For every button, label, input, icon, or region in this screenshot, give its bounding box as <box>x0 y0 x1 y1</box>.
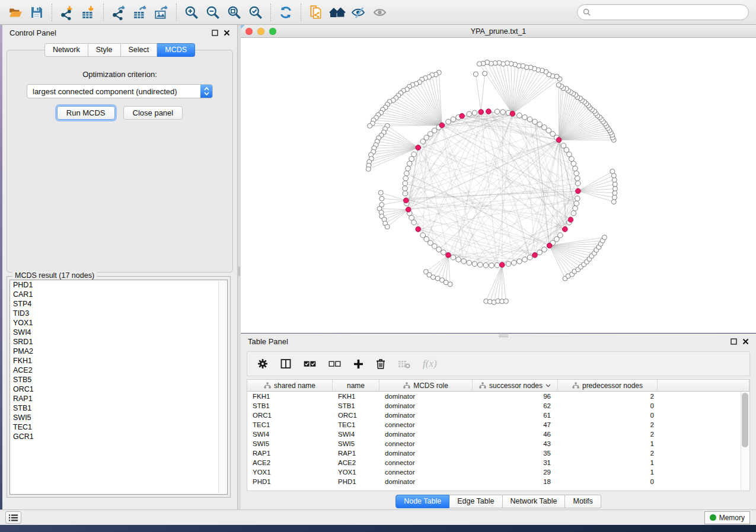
export-network-button[interactable] <box>108 2 129 23</box>
table-row[interactable]: ACE2ACE2connector311 <box>247 458 749 467</box>
network-node-hub[interactable] <box>416 145 421 150</box>
memory-button[interactable]: Memory <box>704 511 750 524</box>
mcds-result-item[interactable]: STB5 <box>10 375 227 384</box>
mcds-result-item[interactable]: STP4 <box>10 299 227 309</box>
hide-selected-button[interactable] <box>348 2 369 23</box>
show-home-panels-button[interactable] <box>327 2 348 23</box>
network-node-hub[interactable] <box>439 123 445 128</box>
mcds-result-item[interactable]: FKH1 <box>10 356 227 366</box>
table-scrollbar-thumb[interactable] <box>742 393 748 447</box>
refresh-layout-button[interactable] <box>275 2 296 23</box>
add-column-icon[interactable] <box>353 359 363 369</box>
mcds-result-item[interactable]: ACE2 <box>10 366 227 375</box>
network-node-hub[interactable] <box>479 110 484 115</box>
table-row[interactable]: RAP1RAP1dominator352 <box>247 448 749 458</box>
table-row[interactable]: YOX1YOX1connector291 <box>247 467 749 477</box>
network-titlebar[interactable]: YPA_prune.txt_1 <box>241 25 756 38</box>
table-row[interactable]: SWI4SWI4dominator462 <box>247 430 749 439</box>
run-mcds-button[interactable]: Run MCDS <box>57 106 115 120</box>
table-row[interactable]: FKH1FKH1dominator962 <box>247 392 749 401</box>
mcds-result-item[interactable]: SRD1 <box>10 337 227 347</box>
mcds-result-item[interactable]: PMA2 <box>10 347 227 356</box>
column-header-shared-name[interactable]: shared name <box>247 380 333 391</box>
network-node-hub[interactable] <box>576 188 581 194</box>
network-node-hub[interactable] <box>460 114 465 119</box>
network-node-hub[interactable] <box>404 198 409 203</box>
search-input[interactable] <box>594 8 743 17</box>
tab-style[interactable]: Style <box>88 43 121 57</box>
float-panel-icon[interactable] <box>731 338 737 345</box>
network-node-hub[interactable] <box>486 109 492 114</box>
column-header-successor-nodes[interactable]: successor nodes <box>473 380 558 391</box>
export-table-button[interactable] <box>129 2 151 23</box>
mcds-result-item[interactable]: PHD1 <box>10 280 227 290</box>
table-scrollbar[interactable] <box>741 392 749 491</box>
tab-motifs[interactable]: Motifs <box>565 495 601 508</box>
mcds-result-item[interactable]: SWI4 <box>10 328 227 337</box>
table-row[interactable]: TEC1TEC1connector472 <box>247 420 749 430</box>
tab-edge-table[interactable]: Edge Table <box>449 495 502 508</box>
zoom-fit-button[interactable] <box>224 2 245 23</box>
deselect-all-icon[interactable] <box>328 360 341 368</box>
table-row[interactable]: STB1STB1dominator620 <box>247 401 749 411</box>
mcds-result-item[interactable]: TID3 <box>10 309 227 318</box>
network-node-hub[interactable] <box>568 217 573 223</box>
network-node-hub[interactable] <box>446 252 451 258</box>
show-panel-list-button[interactable] <box>5 511 21 524</box>
open-file-button[interactable] <box>5 2 26 23</box>
optimization-criterion-select[interactable]: largest connected component (undirected) <box>27 84 213 98</box>
horizontal-splitter-grip[interactable] <box>499 335 508 337</box>
float-panel-icon[interactable] <box>212 30 218 36</box>
function-builder-icon[interactable]: f(x) <box>423 358 437 370</box>
network-node-hub[interactable] <box>406 207 411 213</box>
import-table-button[interactable] <box>78 2 99 23</box>
tab-network[interactable]: Network <box>44 43 88 57</box>
zoom-in-button[interactable] <box>181 2 202 23</box>
delete-column-icon[interactable] <box>376 358 385 369</box>
zoom-out-button[interactable] <box>202 2 224 23</box>
table-row[interactable]: PHD1PHD1dominator180 <box>247 477 749 486</box>
mcds-result-item[interactable]: ORC1 <box>10 384 227 394</box>
save-session-button[interactable] <box>26 2 47 23</box>
network-node-hub[interactable] <box>547 243 552 248</box>
sort-desc-icon[interactable] <box>546 384 551 387</box>
import-network-button[interactable] <box>56 2 78 23</box>
mcds-result-item[interactable]: TEC1 <box>10 422 227 432</box>
mcds-result-item[interactable]: GCR1 <box>10 432 227 441</box>
table-row[interactable]: SWI5SWI5connector431 <box>247 439 749 448</box>
network-node-hub[interactable] <box>563 227 568 232</box>
clone-network-button[interactable] <box>305 2 327 23</box>
show-columns-icon[interactable] <box>280 358 291 369</box>
column-header-predecessor-nodes[interactable]: predecessor nodes <box>558 380 658 391</box>
network-canvas[interactable] <box>241 38 756 332</box>
close-panel-icon[interactable] <box>224 30 230 36</box>
mcds-result-item[interactable]: RAP1 <box>10 394 227 403</box>
close-panel-icon[interactable] <box>742 338 749 345</box>
column-header-mcds-role[interactable]: MCDS role <box>379 380 473 391</box>
tab-network-table[interactable]: Network Table <box>503 495 566 508</box>
select-all-icon[interactable] <box>304 360 316 368</box>
tab-select[interactable]: Select <box>121 43 158 57</box>
network-node-hub[interactable] <box>416 227 421 232</box>
delete-table-icon[interactable] <box>398 360 410 368</box>
mcds-result-item[interactable]: STB1 <box>10 403 227 413</box>
export-image-button[interactable] <box>151 2 172 23</box>
table-row[interactable]: ORC1ORC1dominator610 <box>247 411 749 420</box>
network-node-hub[interactable] <box>500 262 505 268</box>
mcds-result-item[interactable]: CAR1 <box>10 290 227 299</box>
mcds-result-list[interactable]: PHD1CAR1STP4TID3YOX1SWI4SRD1PMA2FKH1ACE2… <box>9 280 228 495</box>
table-settings-gear-icon[interactable] <box>257 358 268 369</box>
vertical-splitter[interactable] <box>238 25 241 509</box>
network-node-hub[interactable] <box>532 252 538 258</box>
tab-node-table[interactable]: Node Table <box>395 495 449 508</box>
zoom-selected-button[interactable] <box>245 2 266 23</box>
network-node-hub[interactable] <box>556 137 562 143</box>
close-panel-button[interactable]: Close panel <box>123 106 183 120</box>
network-graph[interactable] <box>241 38 756 332</box>
tab-mcds[interactable]: MCDS <box>157 43 195 57</box>
show-selected-button[interactable] <box>369 2 391 23</box>
result-scrollbar[interactable] <box>218 281 227 493</box>
column-header-name[interactable]: name <box>333 380 379 391</box>
network-node-hub[interactable] <box>510 111 515 117</box>
mcds-result-item[interactable]: YOX1 <box>10 318 227 328</box>
